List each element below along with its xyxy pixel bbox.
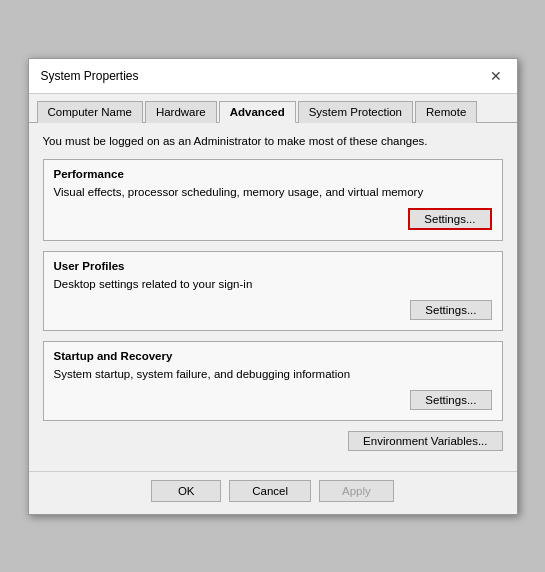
footer: OK Cancel Apply: [29, 471, 517, 514]
close-icon: ✕: [490, 68, 502, 84]
window-title: System Properties: [41, 69, 139, 83]
user-profiles-button-row: Settings...: [54, 300, 492, 320]
environment-variables-button[interactable]: Environment Variables...: [348, 431, 502, 451]
system-properties-window: System Properties ✕ Computer Name Hardwa…: [28, 58, 518, 515]
startup-recovery-settings-button[interactable]: Settings...: [410, 390, 491, 410]
startup-recovery-section: Startup and Recovery System startup, sys…: [43, 341, 503, 421]
performance-settings-button[interactable]: Settings...: [408, 208, 491, 230]
user-profiles-section: User Profiles Desktop settings related t…: [43, 251, 503, 331]
cancel-button[interactable]: Cancel: [229, 480, 311, 502]
startup-recovery-button-row: Settings...: [54, 390, 492, 410]
ok-button[interactable]: OK: [151, 480, 221, 502]
tab-bar: Computer Name Hardware Advanced System P…: [29, 94, 517, 123]
performance-section: Performance Visual effects, processor sc…: [43, 159, 503, 241]
tab-advanced[interactable]: Advanced: [219, 101, 296, 123]
tab-computer-name[interactable]: Computer Name: [37, 101, 143, 123]
tab-remote[interactable]: Remote: [415, 101, 477, 123]
tab-system-protection[interactable]: System Protection: [298, 101, 413, 123]
tab-content: You must be logged on as an Administrato…: [29, 123, 517, 471]
apply-button[interactable]: Apply: [319, 480, 394, 502]
title-bar: System Properties ✕: [29, 59, 517, 94]
user-profiles-title: User Profiles: [54, 260, 492, 272]
startup-recovery-title: Startup and Recovery: [54, 350, 492, 362]
tab-hardware[interactable]: Hardware: [145, 101, 217, 123]
startup-recovery-description: System startup, system failure, and debu…: [54, 368, 492, 380]
close-button[interactable]: ✕: [487, 67, 505, 85]
admin-note: You must be logged on as an Administrato…: [43, 135, 503, 147]
user-profiles-settings-button[interactable]: Settings...: [410, 300, 491, 320]
env-button-row: Environment Variables...: [43, 431, 503, 451]
performance-title: Performance: [54, 168, 492, 180]
performance-description: Visual effects, processor scheduling, me…: [54, 186, 492, 198]
user-profiles-description: Desktop settings related to your sign-in: [54, 278, 492, 290]
performance-button-row: Settings...: [54, 208, 492, 230]
